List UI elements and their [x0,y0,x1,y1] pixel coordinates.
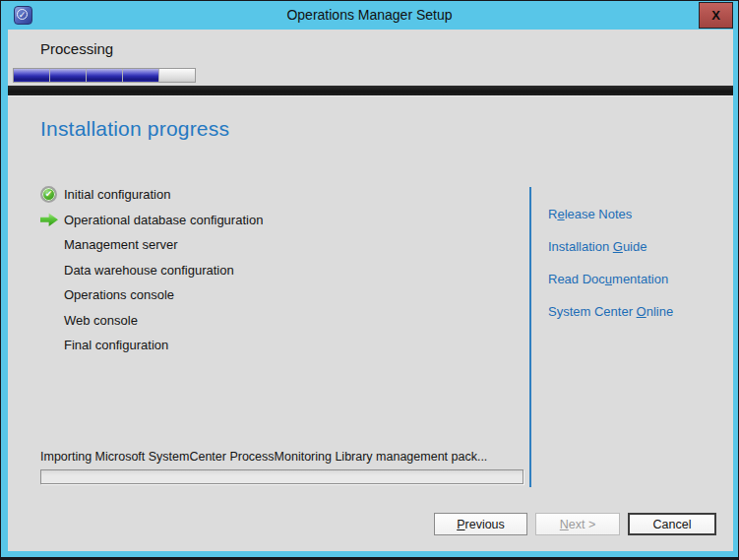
step-label: Initial configuration [64,187,170,202]
progress-segment-filled [14,69,50,82]
previous-button[interactable]: Previous [434,513,527,535]
check-icon [40,186,57,203]
wizard-progress-indicator [13,68,196,83]
progress-segment-filled [87,69,123,82]
window-title: Operations Manager Setup [1,7,738,23]
close-icon[interactable]: X [699,2,733,29]
step-row: Web console [40,308,263,334]
step-label: Management server [64,237,178,252]
next-button[interactable]: Next > [535,513,620,535]
setup-window: ✓ Operations Manager Setup X Processing … [0,0,739,560]
step-row: Operational database configuration [40,208,263,233]
progress-segment-filled [123,69,159,82]
header-separator-band [8,86,733,96]
content-panel: Processing Installation progress Initial… [8,30,733,551]
step-row: Operations console [40,282,263,308]
page-title: Installation progress [40,117,229,141]
wizard-stage-title: Processing [40,40,113,57]
step-label: Web console [64,313,138,328]
titlebar[interactable]: ✓ Operations Manager Setup X [1,1,738,30]
step-label: Data warehouse configuration [64,263,234,278]
progress-segment-empty [159,69,195,82]
link-read-documentation[interactable]: Read Documentation [548,272,673,286]
step-label: Operations console [64,287,174,302]
step-row: Final configuration [40,333,263,358]
links-divider [529,187,531,487]
current-task-status: Importing Microsoft SystemCenter Process… [40,450,487,464]
progress-segment-filled [50,69,87,82]
installation-steps-list: Initial configuration Operational databa… [40,182,263,358]
link-installation-guide[interactable]: Installation Guide [548,239,673,254]
step-row: Management server [40,232,263,258]
link-system-center-online[interactable]: System Center Online [548,304,673,319]
step-row: Initial configuration [40,182,263,208]
step-label: Operational database configuration [64,213,263,227]
step-label: Final configuration [64,338,168,352]
arrow-icon [40,213,58,226]
link-release-notes[interactable]: Release Notes [548,207,673,221]
cancel-button[interactable]: Cancel [628,513,716,535]
task-progress-bar [40,469,523,484]
help-links: Release Notes Installation Guide Read Do… [548,207,673,337]
step-row: Data warehouse configuration [40,258,263,283]
